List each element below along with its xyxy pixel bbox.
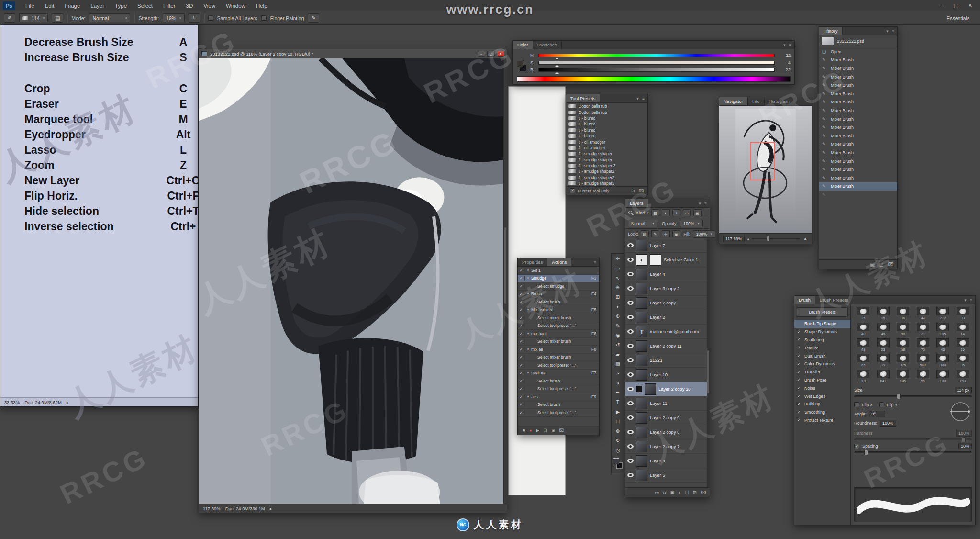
stop-icon[interactable]: ■ xyxy=(523,428,525,433)
layer-row[interactable]: Layer 2 copy xyxy=(625,296,710,310)
section-check-icon[interactable]: ✓ xyxy=(797,394,802,398)
menu-item[interactable]: File xyxy=(20,3,40,9)
layer-row[interactable]: Layer 2 copy 11 xyxy=(625,339,710,353)
layer-thumbnail[interactable] xyxy=(636,240,647,251)
menu-item[interactable]: Type xyxy=(110,3,132,9)
action-row[interactable]: Set 1 xyxy=(518,267,599,275)
panel-menu-icon[interactable]: ≡ xyxy=(594,260,596,265)
size-slider-thumb[interactable] xyxy=(897,394,901,399)
layer-row[interactable]: Layer 2 copy 9 xyxy=(625,411,710,425)
roundness-value[interactable]: 100% xyxy=(880,420,896,427)
brush-section-row[interactable]: ✓ Dual Brush xyxy=(794,352,850,360)
menu-item[interactable]: Help xyxy=(251,3,273,9)
layer-name[interactable]: Selective Color 1 xyxy=(664,257,698,262)
fill-field[interactable]: 100% ▾ xyxy=(693,230,716,238)
action-check-icon[interactable] xyxy=(518,363,525,368)
layer-row[interactable]: Layer 10 xyxy=(625,368,710,382)
spacing-value[interactable]: 10% xyxy=(958,443,972,449)
layer-thumbnail[interactable] xyxy=(636,398,647,409)
slider-track[interactable] xyxy=(538,68,775,72)
layer-thumbnail[interactable] xyxy=(636,355,647,366)
action-row[interactable]: Smudge F3 xyxy=(518,275,599,283)
history-step[interactable]: Open xyxy=(819,47,897,56)
brush-tip-item[interactable]: 45 xyxy=(874,323,893,337)
trash-icon[interactable]: ⌧ xyxy=(701,490,706,495)
history-step[interactable]: Mixer Brush xyxy=(819,140,897,149)
action-row[interactable]: Select smudge xyxy=(518,282,599,291)
color-spectrum-ramp[interactable] xyxy=(517,76,791,82)
brush-tip-item[interactable]: 150 xyxy=(954,370,972,384)
layer-name[interactable]: Layer 2 xyxy=(650,314,665,320)
action-row[interactable]: Select mixer brush xyxy=(518,338,599,346)
layer-mask-thumbnail[interactable] xyxy=(650,254,661,266)
action-row[interactable]: Select tool preset "..." xyxy=(518,385,599,393)
brush-section-row[interactable]: ✓ Transfer xyxy=(794,368,850,376)
action-check-icon[interactable] xyxy=(518,371,525,375)
layer-thumbnail[interactable] xyxy=(636,297,647,309)
history-step[interactable]: Mixer Brush xyxy=(819,73,897,81)
layer-thumbnail[interactable] xyxy=(636,254,647,266)
panel-menu-icon[interactable]: ≡ xyxy=(789,43,791,47)
action-check-icon[interactable] xyxy=(518,347,525,352)
layer-name[interactable]: 21221 xyxy=(650,358,662,363)
workspace-switcher[interactable]: Essentials xyxy=(947,15,976,21)
layer-row[interactable]: Layer 11 xyxy=(625,396,710,411)
panel-menu-icon[interactable]: ≡ xyxy=(892,29,894,34)
minimize-icon[interactable]: – xyxy=(941,2,944,9)
foreground-color[interactable] xyxy=(517,61,523,67)
menu-item[interactable]: Window xyxy=(221,3,251,9)
tool-preset-item[interactable]: J - smudge shaper xyxy=(566,157,647,163)
layer-thumbnail[interactable] xyxy=(636,340,647,352)
brush-tip-item[interactable]: 300 xyxy=(934,354,952,369)
action-row[interactable]: aes F9 xyxy=(518,393,599,401)
expander-icon[interactable] xyxy=(525,276,531,280)
section-check-icon[interactable]: ✓ xyxy=(797,346,802,350)
layer-row[interactable]: Layer 2 xyxy=(625,310,710,325)
spacing-slider-thumb[interactable] xyxy=(864,450,868,455)
dodge-tool-icon[interactable]: ◑ xyxy=(612,378,624,388)
smudge-tool-icon[interactable]: ◔ xyxy=(612,369,624,378)
action-row[interactable]: Select brush xyxy=(518,401,599,409)
layer-row[interactable]: Layer 2 copy 10 xyxy=(625,382,710,396)
layer-name[interactable]: Layer 2 copy xyxy=(650,300,676,305)
brush-presets-button[interactable]: Brush Presets xyxy=(797,307,848,317)
tab-properties[interactable]: Properties xyxy=(518,258,547,266)
vertical-scrollbar[interactable] xyxy=(503,58,507,504)
brush-tip-item[interactable]: 212 xyxy=(934,307,952,322)
layer-name[interactable]: Layer 3 copy 2 xyxy=(650,286,679,291)
layer-style-fx-icon[interactable]: fx xyxy=(663,490,666,495)
lock-pixels-icon[interactable]: ✎ xyxy=(651,230,659,237)
action-check-icon[interactable] xyxy=(518,323,525,328)
lock-all-icon[interactable]: ▣ xyxy=(672,230,680,237)
action-check-icon[interactable] xyxy=(518,402,525,407)
expander-icon[interactable] xyxy=(525,308,531,312)
action-check-icon[interactable] xyxy=(518,276,525,281)
action-row[interactable]: Mix textured F5 xyxy=(518,306,599,314)
opacity-field[interactable]: 100% ▾ xyxy=(680,220,703,227)
scrollbar-thumb[interactable] xyxy=(504,227,506,304)
slider-value[interactable]: 22 xyxy=(778,53,791,58)
brush-tip-item[interactable]: 23 xyxy=(874,338,893,353)
expander-icon[interactable] xyxy=(525,395,531,399)
chevron-down-icon[interactable]: ▾ xyxy=(636,96,639,101)
brush-tip-item[interactable]: 58 xyxy=(894,338,913,353)
brush-tip-item[interactable]: 26 xyxy=(954,338,972,353)
close-icon[interactable]: ✕ xyxy=(968,2,972,9)
maximize-icon[interactable]: ▢ xyxy=(953,2,958,9)
move-tool-icon[interactable]: ✛ xyxy=(612,254,624,263)
brush-tip-item[interactable]: 90 xyxy=(894,323,913,337)
section-check-icon[interactable]: ✓ xyxy=(797,418,802,422)
visibility-eye-icon[interactable] xyxy=(627,459,634,463)
action-check-icon[interactable] xyxy=(518,284,525,289)
status-play-icon[interactable]: ▸ xyxy=(67,400,69,405)
zoom-level[interactable]: 33.33% xyxy=(4,400,20,405)
new-layer-icon[interactable]: ⊞ xyxy=(693,490,697,495)
section-check-icon[interactable]: ✓ xyxy=(797,354,802,358)
action-check-icon[interactable] xyxy=(518,292,525,296)
link-layers-icon[interactable]: ⊶ xyxy=(655,490,659,495)
layer-name[interactable]: Layer 2 copy 9 xyxy=(650,415,679,420)
brush-tip-item[interactable]: 44 xyxy=(914,307,933,322)
visibility-eye-icon[interactable] xyxy=(627,315,634,319)
action-check-icon[interactable] xyxy=(518,410,525,415)
panel-menu-icon[interactable]: ≡ xyxy=(642,96,645,101)
